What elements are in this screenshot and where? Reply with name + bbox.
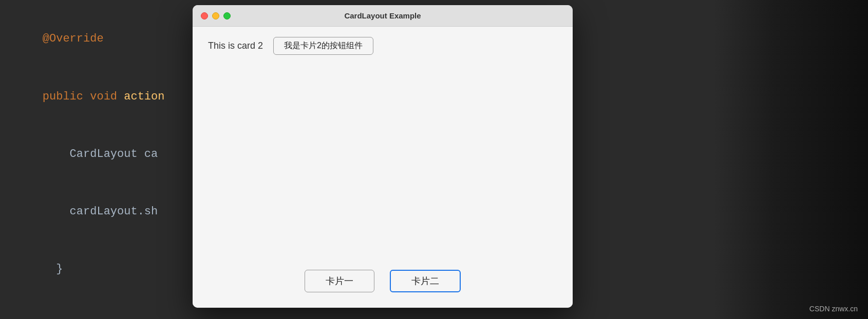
card-two-button[interactable]: 卡片二 xyxy=(390,270,461,292)
watermark: CSDN znwx.cn xyxy=(809,305,858,313)
mac-window: CardLayout Example This is card 2 我是卡片2的… xyxy=(193,5,573,308)
card-component-button[interactable]: 我是卡片2的按钮组件 xyxy=(273,37,373,55)
close-button[interactable] xyxy=(201,12,208,19)
minimize-button[interactable] xyxy=(212,12,219,19)
maximize-button[interactable] xyxy=(223,12,231,19)
card-body xyxy=(208,65,557,260)
card-area: This is card 2 我是卡片2的按钮组件 xyxy=(208,37,557,260)
window-controls xyxy=(201,12,231,19)
window-content: This is card 2 我是卡片2的按钮组件 卡片一 卡片二 xyxy=(193,27,573,308)
card-top: This is card 2 我是卡片2的按钮组件 xyxy=(208,37,557,55)
window-title: CardLayout Example xyxy=(344,11,421,20)
titlebar: CardLayout Example xyxy=(193,5,573,27)
card-label: This is card 2 xyxy=(208,41,263,51)
card-navigation: 卡片一 卡片二 xyxy=(208,270,557,292)
card-one-button[interactable]: 卡片一 xyxy=(305,270,374,292)
right-overlay xyxy=(714,0,868,319)
